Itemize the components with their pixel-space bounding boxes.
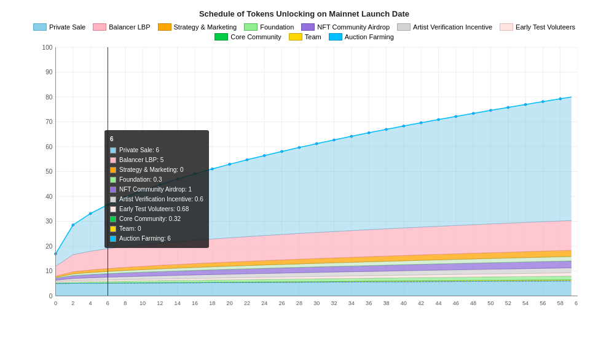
chart-dot: [368, 131, 370, 134]
chart-dot: [315, 142, 318, 145]
legend-item: Artist Verification Incentive: [397, 23, 492, 31]
chart-dot: [507, 106, 509, 109]
svg-text:14: 14: [175, 300, 181, 306]
svg-text:10: 10: [45, 268, 53, 275]
svg-text:90: 90: [45, 69, 53, 76]
chart-dot: [420, 122, 422, 124]
svg-text:36: 36: [366, 300, 372, 306]
svg-text:32: 32: [331, 300, 337, 306]
legend-item: Strategy & Marketing: [158, 23, 237, 31]
legend-container: Private SaleBalancer LBPStrategy & Marke…: [31, 23, 578, 41]
legend-label: Early Test Voluteers: [516, 23, 575, 31]
legend-label: Private Sale: [49, 23, 85, 31]
chart-dot: [524, 103, 527, 106]
chart-dot: [472, 112, 474, 115]
svg-text:0: 0: [49, 293, 53, 300]
legend-swatch: [397, 23, 411, 31]
legend-swatch: [214, 33, 228, 41]
legend-item: Foundation: [244, 23, 294, 31]
svg-text:30: 30: [45, 219, 53, 225]
svg-text:10: 10: [140, 300, 146, 306]
legend-label: Strategy & Marketing: [174, 23, 237, 31]
chart-dot: [124, 196, 127, 198]
svg-text:24: 24: [261, 300, 267, 306]
chart-dot: [176, 178, 179, 180]
legend-label: Auction Farming: [345, 33, 394, 41]
svg-text:46: 46: [453, 300, 459, 306]
svg-text:70: 70: [45, 119, 53, 126]
legend-item: Core Community: [214, 33, 281, 41]
legend-swatch: [93, 23, 106, 31]
legend-swatch: [500, 23, 513, 31]
chart-dot: [194, 172, 196, 175]
svg-text:30: 30: [313, 300, 320, 306]
svg-text:52: 52: [505, 300, 511, 306]
legend-item: Team: [289, 33, 321, 41]
svg-text:28: 28: [296, 300, 302, 306]
chart-dot: [298, 146, 301, 149]
chart-dot: [281, 150, 283, 153]
svg-text:20: 20: [45, 243, 53, 250]
chart-dot: [263, 154, 266, 157]
svg-text:34: 34: [348, 300, 355, 306]
chart-dot: [159, 184, 161, 186]
svg-text:60: 60: [575, 300, 578, 306]
legend-label: Balancer LBP: [109, 23, 150, 31]
main-chart-svg: 0102030405060708090100024681012141618202…: [31, 44, 578, 308]
svg-text:8: 8: [124, 300, 127, 306]
legend-swatch: [244, 23, 258, 31]
chart-dot: [489, 109, 492, 112]
chart-area: 0102030405060708090100024681012141618202…: [31, 44, 578, 308]
legend-swatch: [329, 33, 342, 41]
legend-label: Team: [305, 33, 321, 41]
svg-text:60: 60: [45, 144, 53, 150]
svg-text:50: 50: [45, 169, 53, 176]
legend-label: Core Community: [230, 33, 281, 41]
svg-text:22: 22: [244, 300, 250, 306]
svg-text:38: 38: [383, 300, 389, 306]
chart-dot: [89, 212, 92, 215]
chart-dot: [72, 224, 74, 227]
legend-swatch: [289, 33, 302, 41]
svg-text:0: 0: [54, 300, 57, 306]
chart-dot: [246, 158, 248, 161]
chart-title: Schedule of Tokens Unlocking on Mainnet …: [31, 9, 578, 18]
chart-dot: [141, 190, 144, 192]
legend-label: NFT Community Airdrop: [317, 23, 390, 31]
svg-text:54: 54: [522, 300, 529, 306]
svg-text:2: 2: [71, 300, 74, 306]
chart-dot: [333, 139, 336, 141]
svg-text:40: 40: [401, 300, 407, 306]
chart-dot: [229, 163, 231, 166]
legend-swatch: [158, 23, 171, 31]
svg-text:56: 56: [540, 300, 546, 306]
svg-text:80: 80: [45, 94, 53, 101]
svg-text:4: 4: [89, 300, 92, 306]
chart-dot: [541, 101, 544, 103]
chart-dot: [385, 128, 387, 131]
legend-item: Auction Farming: [329, 33, 394, 41]
svg-text:58: 58: [557, 300, 564, 306]
legend-swatch: [33, 23, 47, 31]
svg-text:20: 20: [227, 300, 233, 306]
chart-dot: [559, 98, 562, 100]
legend-label: Artist Verification Incentive: [413, 23, 492, 31]
svg-text:48: 48: [470, 300, 476, 306]
svg-text:44: 44: [435, 300, 441, 306]
legend-label: Foundation: [260, 23, 294, 31]
chart-dot: [350, 135, 353, 137]
svg-text:42: 42: [418, 300, 424, 306]
legend-swatch: [301, 23, 315, 31]
svg-text:12: 12: [157, 300, 163, 306]
chart-dot: [437, 118, 439, 121]
svg-text:100: 100: [42, 44, 53, 51]
legend-item: Early Test Voluteers: [500, 23, 575, 31]
chart-dot: [455, 115, 457, 118]
svg-text:40: 40: [45, 193, 53, 200]
legend-item: Private Sale: [33, 23, 85, 31]
legend-item: Balancer LBP: [93, 23, 150, 31]
legend-item: NFT Community Airdrop: [301, 23, 390, 31]
svg-text:26: 26: [279, 300, 285, 306]
svg-text:50: 50: [487, 300, 494, 306]
chart-dot: [211, 168, 213, 170]
